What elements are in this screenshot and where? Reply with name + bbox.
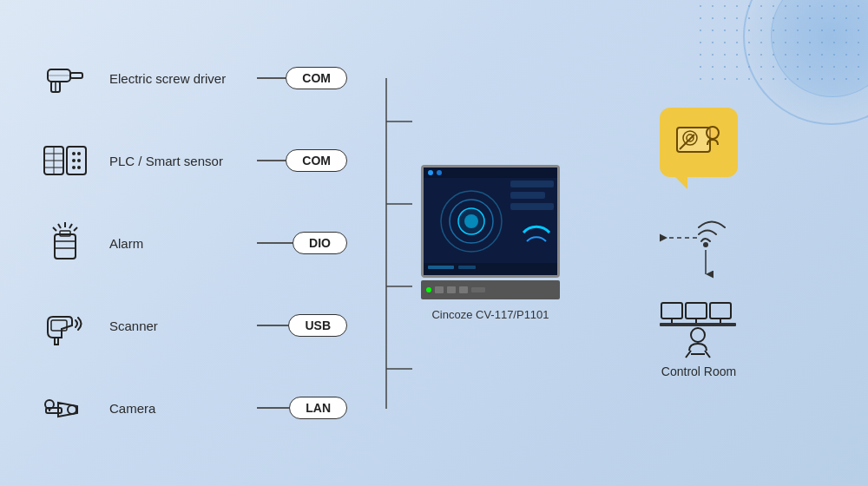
control-room-icon [660, 299, 738, 359]
svg-rect-54 [471, 287, 485, 292]
center-section: Cincoze CV-117/P1101 [365, 37, 556, 450]
svg-rect-46 [510, 192, 545, 199]
svg-line-19 [58, 224, 61, 228]
connector-line-4 [257, 407, 289, 409]
svg-line-72 [705, 351, 710, 358]
svg-rect-49 [428, 266, 454, 269]
svg-rect-6 [67, 147, 86, 174]
svg-rect-45 [510, 181, 554, 187]
device-row-camera: Camera LAN [35, 367, 347, 450]
panel-computer [412, 165, 569, 299]
svg-rect-50 [458, 266, 476, 269]
screen-display [424, 167, 557, 275]
svg-point-16 [77, 166, 81, 169]
alarm-label: Alarm [109, 236, 248, 251]
camera-port: LAN [289, 397, 347, 419]
svg-point-60 [703, 242, 708, 247]
svg-rect-47 [510, 203, 554, 210]
alarm-icon [35, 219, 95, 267]
speech-bubble [660, 108, 738, 177]
svg-rect-1 [70, 73, 82, 78]
wireless-connection [647, 212, 751, 281]
svg-point-28 [68, 405, 76, 414]
device-row-alarm: Alarm DIO [35, 202, 347, 285]
svg-rect-64 [686, 303, 707, 319]
screwdriver-label: Electric screw driver [109, 71, 248, 86]
connector-line-3 [257, 325, 288, 326]
led-indicator [426, 287, 431, 292]
svg-point-44 [437, 170, 442, 175]
device-row-scanner: Scanner USB [35, 285, 347, 367]
right-section: Control Room [556, 108, 868, 378]
pc-label: Cincoze CV-117/P1101 [431, 308, 549, 321]
h-lines-svg [365, 81, 412, 410]
svg-rect-63 [661, 303, 682, 319]
svg-line-21 [53, 227, 56, 231]
svg-point-43 [428, 170, 433, 175]
scanner-label: Scanner [109, 319, 248, 333]
svg-point-41 [464, 214, 478, 228]
port-indicators [435, 284, 504, 296]
screwdriver-port: COM [286, 67, 347, 89]
device-list: Electric screw driver COM [0, 20, 365, 467]
plc-port: COM [286, 149, 347, 172]
svg-point-15 [72, 166, 76, 169]
svg-rect-42 [424, 167, 557, 178]
svg-line-71 [686, 351, 691, 358]
svg-point-11 [72, 152, 76, 155]
svg-rect-53 [459, 286, 468, 293]
svg-line-18 [69, 224, 72, 228]
plc-label: PLC / Smart sensor [109, 154, 248, 168]
svg-line-20 [74, 227, 77, 231]
camera-icon [35, 384, 95, 432]
speech-bubble-container [660, 108, 738, 186]
scanner-icon [35, 301, 95, 350]
scanner-port: USB [288, 314, 347, 337]
camera-label: Camera [109, 401, 248, 416]
svg-point-70 [691, 328, 705, 342]
svg-point-14 [77, 159, 81, 162]
control-room-label: Control Room [661, 364, 736, 378]
device-row-screwdriver: Electric screw driver COM [35, 37, 347, 120]
svg-rect-26 [51, 320, 67, 331]
plc-icon [35, 136, 95, 185]
panel-computer-container: Cincoze CV-117/P1101 [412, 165, 569, 321]
engineer-icon [673, 119, 725, 167]
connector-line-0 [257, 77, 286, 79]
pc-bottom-unit [421, 280, 560, 299]
connector-line-1 [257, 160, 286, 161]
svg-rect-52 [447, 286, 456, 293]
pc-screen [421, 165, 560, 278]
svg-point-13 [72, 159, 76, 162]
screwdriver-icon [35, 54, 95, 102]
svg-rect-65 [710, 303, 731, 319]
svg-rect-22 [55, 234, 76, 259]
alarm-port: DIO [293, 232, 347, 254]
svg-point-56 [707, 127, 719, 139]
control-room: Control Room [660, 299, 738, 378]
connector-line-2 [257, 242, 293, 244]
wifi-arrows-svg [647, 212, 751, 281]
device-row-plc: PLC / Smart sensor COM [35, 120, 347, 202]
svg-rect-51 [435, 286, 444, 293]
svg-point-12 [77, 152, 81, 155]
svg-rect-69 [660, 323, 736, 326]
